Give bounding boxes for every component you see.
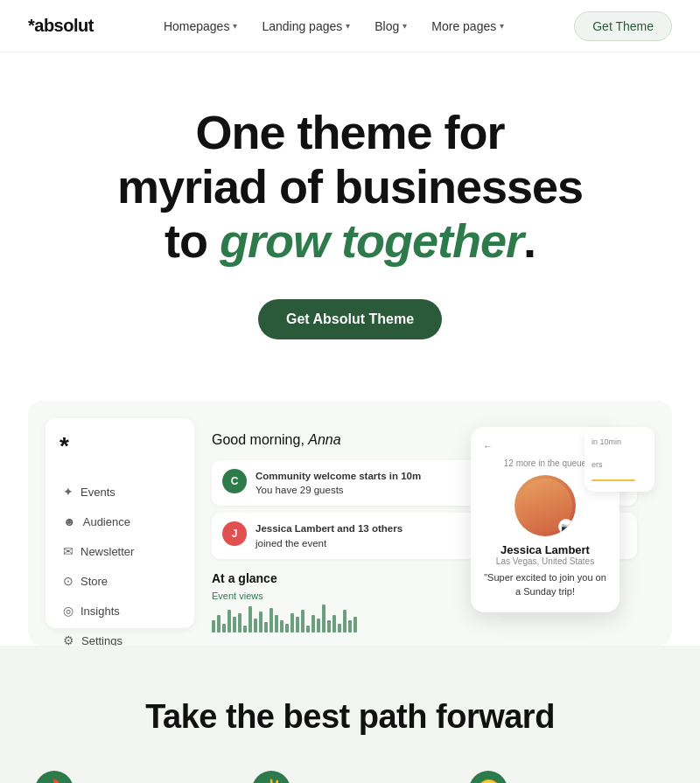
chevron-down-icon: ▾	[500, 21, 504, 31]
avatar: 📷	[514, 475, 576, 536]
feature-quick-setup: 🔥 Quick setup Use prebuilt templates wit…	[35, 771, 231, 783]
hero-section: One theme for myriad of businesses to gr…	[0, 52, 700, 374]
features-title: Take the best path forward	[35, 698, 665, 736]
navbar: *absolut Homepages ▾ Landing pages ▾ Blo…	[0, 0, 700, 52]
nav-more-pages[interactable]: More pages ▾	[431, 19, 504, 33]
insights-icon: ◎	[63, 604, 74, 618]
activity-text-2: Jessica Lambert and 13 others joined the…	[256, 521, 402, 549]
camera-icon: 📷	[558, 519, 574, 535]
sidebar-item-insights[interactable]: ◎ Insights	[56, 597, 184, 625]
nav-landing-pages[interactable]: Landing pages ▾	[262, 19, 350, 33]
chevron-down-icon: ▾	[402, 21, 407, 31]
sidebar-item-store[interactable]: ⊙ Store	[56, 567, 184, 595]
partial-card: in 10min ers	[584, 427, 654, 492]
quick-setup-icon: 🔥	[35, 771, 74, 783]
up-to-date-icon: ✌	[252, 771, 290, 783]
get-absolut-theme-button[interactable]: Get Absolut Theme	[258, 299, 442, 339]
nav-homepages[interactable]: Homepages ▾	[164, 19, 238, 33]
preview-sidebar: * ✦ Events ☻ Audience ✉ Newsletter ⊙ Sto…	[46, 418, 194, 628]
features-section: Take the best path forward 🔥 Quick setup…	[0, 646, 700, 783]
store-icon: ⊙	[63, 574, 74, 588]
dashboard-preview: * ✦ Events ☻ Audience ✉ Newsletter ⊙ Sto…	[28, 401, 672, 646]
feature-all-in-one: 😊 All-in-one Everything and more to make…	[469, 771, 665, 783]
sidebar-item-settings[interactable]: ⚙ Settings	[56, 626, 184, 646]
feature-up-to-date: ✌ Up-to-date Modern look and feel to add…	[252, 771, 448, 783]
nav-links: Homepages ▾ Landing pages ▾ Blog ▾ More …	[164, 19, 504, 33]
newsletter-icon: ✉	[63, 544, 74, 558]
features-grid: 🔥 Quick setup Use prebuilt templates wit…	[35, 771, 665, 783]
sidebar-logo: *	[56, 432, 184, 460]
activity-dot-green: C	[222, 469, 247, 493]
sidebar-item-audience[interactable]: ☻ Audience	[56, 507, 184, 535]
profile-name: Jessica Lambert	[483, 543, 607, 556]
logo[interactable]: *absolut	[28, 16, 94, 36]
sidebar-item-newsletter[interactable]: ✉ Newsletter	[56, 537, 184, 565]
yellow-line	[592, 479, 635, 481]
settings-icon: ⚙	[63, 633, 74, 646]
sidebar-item-events[interactable]: ✦ Events	[56, 478, 184, 506]
audience-icon: ☻	[63, 514, 76, 528]
chevron-down-icon: ▾	[233, 21, 237, 31]
profile-location: Las Vegas, United States	[483, 556, 607, 566]
activity-dot-red: J	[222, 521, 247, 546]
activity-text-1: Community welcome starts in 10m You have…	[256, 469, 421, 497]
nav-blog[interactable]: Blog ▾	[374, 19, 407, 33]
chevron-down-icon: ▾	[346, 21, 350, 31]
hero-title: One theme for myriad of businesses to gr…	[35, 105, 665, 268]
get-theme-button[interactable]: Get Theme	[574, 11, 672, 41]
all-in-one-icon: 😊	[469, 771, 508, 783]
profile-quote: "Super excited to join you on a Sunday t…	[483, 571, 607, 598]
events-icon: ✦	[63, 485, 74, 499]
